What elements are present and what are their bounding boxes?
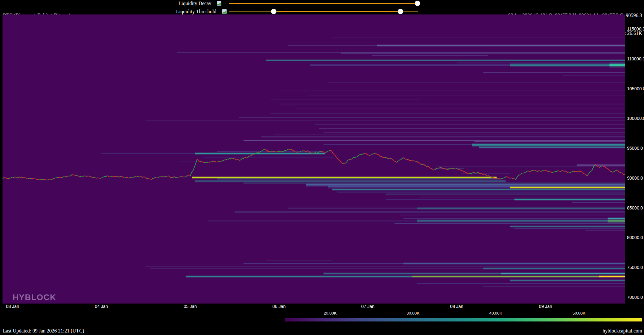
liquidation-heatmap-app: BTC (Binance + Bybit + Bitmex) Lookback:… (0, 0, 644, 335)
price-tick-label: 85000.0 (627, 205, 643, 210)
colorbar-tick (579, 318, 579, 319)
liquidity-threshold-label: Liquidity Threshold (153, 9, 216, 14)
site-link[interactable]: hyblockcapital.com (602, 328, 642, 334)
price-tick-label: 75000.0 (627, 265, 643, 270)
price-tick-label: 80000.0 (627, 235, 643, 240)
last-updated: Last Updated: 09 Jan 2026 21:21 (UTC) (3, 328, 84, 334)
date-tick-label: 04 Jan (90, 304, 112, 309)
heatmap-chart[interactable] (3, 14, 625, 304)
colorbar-tick (330, 318, 330, 319)
price-tick-label: 115000.0 (627, 26, 644, 31)
date-tick-label: 07 Jan (357, 304, 379, 309)
liquidity-decay-handle[interactable] (415, 1, 420, 6)
liquidity-threshold-slider-dim-left[interactable] (229, 11, 274, 12)
price-tick-label: 90000.0 (627, 176, 643, 181)
price-axis: 70000.075000.080000.085000.090000.095000… (627, 14, 644, 304)
date-tick-label: 09 Jan (535, 304, 557, 309)
colorbar-tick-label: 30.00K (400, 311, 425, 315)
hyblock-watermark: HYBLOCK (13, 293, 56, 302)
image-icon[interactable] (217, 1, 221, 6)
date-tick-label: 06 Jan (268, 304, 290, 309)
colorbar-tick-label: 40.00K (483, 311, 508, 315)
liquidity-threshold-slider-active[interactable] (274, 11, 400, 12)
colorbar-tick (496, 318, 496, 319)
price-tick-label: 105000.0 (627, 86, 644, 91)
heatmap-canvas[interactable] (3, 14, 625, 304)
colorbar-tick-label: 20.00K (318, 311, 343, 315)
colorbar-tick-label: 50.00K (566, 311, 591, 315)
liquidity-threshold-low-handle[interactable] (271, 9, 276, 14)
colorbar-tick (413, 318, 413, 319)
date-tick-label: 08 Jan (446, 304, 468, 309)
price-tick-label: 100000.0 (627, 116, 644, 121)
colorbar-labels: 20.00K30.00K40.00K50.00K (285, 311, 642, 316)
price-tick-label: 110000.0 (627, 56, 644, 61)
date-tick-label: 03 Jan (2, 304, 24, 309)
date-axis: 03 Jan04 Jan05 Jan06 Jan07 Jan08 Jan09 J… (3, 304, 625, 311)
image-icon[interactable] (222, 9, 227, 14)
liquidity-decay-slider[interactable] (229, 3, 418, 4)
price-tick-label: 95000.0 (627, 146, 643, 151)
liquidity-threshold-high-handle[interactable] (398, 9, 403, 14)
liquidity-decay-label: Liquidity Decay (148, 1, 211, 6)
date-tick-label: 05 Jan (179, 304, 201, 309)
liquidity-colorbar (285, 318, 642, 321)
price-tick-label: 70000.0 (627, 295, 643, 300)
